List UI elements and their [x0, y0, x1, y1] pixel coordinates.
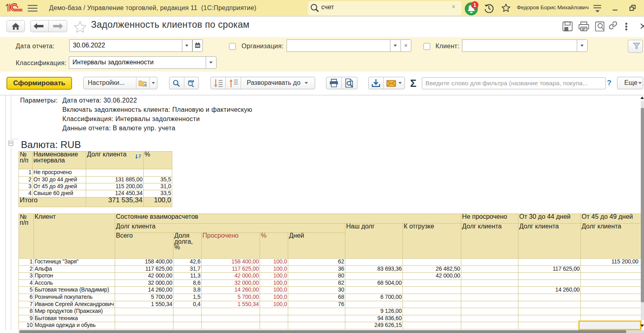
svg-text:1: 1 — [473, 2, 476, 8]
